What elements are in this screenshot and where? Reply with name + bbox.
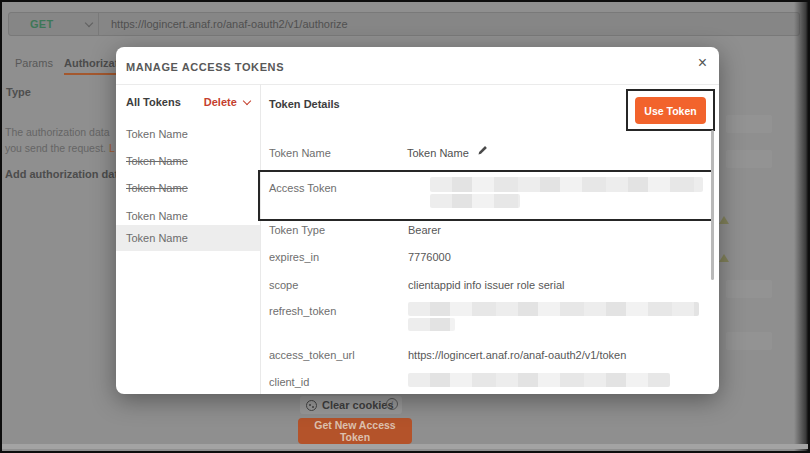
auth-type-label: Type: [6, 86, 31, 98]
token-list-item-selected[interactable]: Token Name: [116, 225, 260, 251]
modal-scrollbar[interactable]: [711, 130, 714, 280]
cookie-icon: [306, 400, 317, 411]
tab-authorization[interactable]: Authorizati: [64, 57, 121, 69]
get-new-access-token-button[interactable]: Get New Access Token: [298, 418, 412, 444]
all-tokens-label: All Tokens: [126, 96, 181, 108]
background-row: [726, 332, 772, 350]
warning-icon: [719, 216, 729, 224]
learn-more-link[interactable]: L: [109, 142, 115, 154]
token-list-item-deleted[interactable]: Token Name: [116, 148, 260, 174]
token-list-item-deleted[interactable]: Token Name: [116, 175, 260, 201]
token-list-item[interactable]: Token Name: [116, 121, 260, 147]
token-details-header: Token Details: [269, 98, 340, 110]
chevron-down-icon: [243, 97, 251, 105]
modal-title: MANAGE ACCESS TOKENS: [126, 61, 284, 73]
token-list-header: All Tokens Delete: [126, 96, 250, 108]
token-type-value: Bearer: [408, 224, 441, 236]
expires-in-value: 7776000: [408, 251, 451, 263]
active-tab-underline: [64, 73, 116, 75]
url-input[interactable]: https://logincert.anaf.ro/anaf-oauth2/v1…: [99, 18, 799, 30]
method-label: GET: [30, 18, 54, 30]
scope-label: scope: [269, 279, 298, 291]
delete-dropdown[interactable]: Delete: [204, 96, 250, 108]
manage-tokens-modal: MANAGE ACCESS TOKENS × All Tokens Delete…: [116, 47, 719, 394]
background-row: [726, 115, 772, 133]
edit-pencil-icon[interactable]: [477, 145, 488, 156]
client-id-redacted-value: [408, 373, 670, 387]
scope-value: clientappid info issuer role serial: [408, 279, 565, 291]
access-token-url-label: access_token_url: [269, 349, 355, 361]
auth-description-line1: The authorization data: [5, 126, 110, 138]
client-id-label: client_id: [269, 376, 309, 388]
auth-description-line2: you send the request. L: [5, 142, 115, 154]
request-url-bar: GET https://logincert.anaf.ro/anaf-oauth…: [8, 12, 800, 36]
refresh-token-redacted-value: [408, 318, 455, 331]
method-dropdown[interactable]: GET: [9, 13, 99, 35]
background-row: [726, 150, 772, 168]
token-list-panel: All Tokens Delete Token Name Token Name …: [116, 84, 261, 394]
token-type-label: Token Type: [269, 224, 325, 236]
warning-icon: [719, 254, 729, 262]
token-details-panel: Token Details Use Token Token Name Token…: [261, 84, 719, 394]
refresh-token-redacted-value: [408, 302, 699, 316]
clear-cookies-label: Clear cookies: [322, 399, 394, 411]
close-icon[interactable]: ×: [698, 55, 707, 71]
access-token-redacted-value: [430, 177, 703, 192]
delete-label: Delete: [204, 96, 237, 108]
access-token-url-value: https://logincert.anaf.ro/anaf-oauth2/v1…: [408, 349, 626, 361]
right-edge-shade: [794, 2, 808, 453]
screenshot-frame: GET https://logincert.anaf.ro/anaf-oauth…: [0, 0, 810, 453]
token-name-label: Token Name: [269, 147, 331, 159]
access-token-redacted-value: [430, 194, 520, 208]
access-token-label: Access Token: [269, 182, 337, 194]
use-token-button[interactable]: Use Token: [635, 97, 706, 124]
chevron-down-icon: [84, 18, 92, 26]
expires-in-label: expires_in: [269, 251, 319, 263]
info-icon[interactable]: [386, 398, 398, 410]
tab-params[interactable]: Params: [15, 57, 53, 69]
bottom-strip: [2, 444, 808, 449]
token-name-value: Token Name: [407, 147, 469, 159]
auth-description-line2-text: you send the request.: [5, 142, 106, 154]
add-authorization-data-label: Add authorization data: [5, 168, 124, 180]
background-row: [726, 280, 772, 298]
refresh-token-label: refresh_token: [269, 305, 336, 317]
